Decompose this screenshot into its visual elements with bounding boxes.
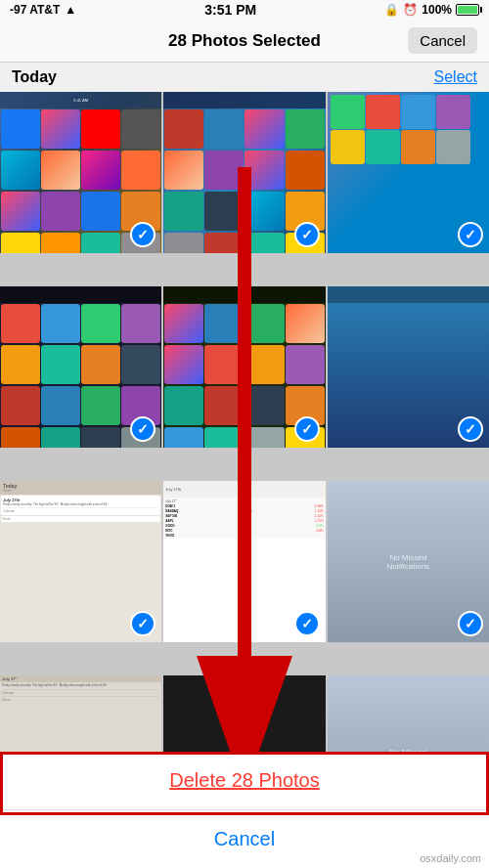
nav-cancel-button[interactable]: Cancel bbox=[408, 27, 477, 54]
cancel-button[interactable]: Cancel bbox=[0, 810, 489, 868]
lock-icon: 🔒 bbox=[384, 3, 399, 17]
alarm-icon: ⏰ bbox=[403, 3, 418, 17]
battery-text: 100% bbox=[422, 3, 452, 17]
delete-button[interactable]: Delete 28 Photos bbox=[0, 752, 489, 810]
bottom-sheet: Delete 28 Photos Cancel bbox=[0, 752, 489, 868]
carrier-text: -97 AT&T bbox=[10, 3, 60, 17]
photo-cell[interactable] bbox=[0, 286, 161, 448]
wifi-icon: ▲ bbox=[65, 3, 76, 17]
section-header: Today Select bbox=[0, 63, 489, 92]
watermark: osxdaily.com bbox=[420, 852, 481, 864]
check-badge bbox=[294, 222, 320, 247]
time-display: 3:51 PM bbox=[204, 2, 256, 18]
check-badge bbox=[294, 611, 320, 636]
check-badge bbox=[294, 416, 320, 442]
photo-cell[interactable] bbox=[163, 92, 325, 253]
photo-cell[interactable] bbox=[328, 92, 489, 253]
select-link[interactable]: Select bbox=[434, 68, 477, 86]
status-bar: -97 AT&T ▲ 3:51 PM 🔒 ⏰ 100% bbox=[0, 0, 489, 20]
photo-cell[interactable]: Today Share July 17th Partly cloudy curr… bbox=[0, 481, 161, 642]
nav-title: 28 Photos Selected bbox=[168, 31, 321, 51]
photo-cell[interactable] bbox=[328, 286, 489, 448]
photo-cell[interactable]: No MissedNotifications bbox=[328, 481, 489, 642]
battery-icon bbox=[456, 4, 479, 16]
nav-bar: 28 Photos Selected Cancel bbox=[0, 20, 489, 63]
page-container: -97 AT&T ▲ 3:51 PM 🔒 ⏰ 100% 28 Photos Se… bbox=[0, 0, 489, 868]
photo-cell[interactable] bbox=[163, 286, 325, 448]
notification-text: No MissedNotifications bbox=[387, 553, 430, 571]
section-title: Today bbox=[12, 68, 57, 86]
status-left: -97 AT&T ▲ bbox=[10, 3, 76, 17]
photo-cell[interactable]: 9:41 AM bbox=[0, 92, 161, 253]
status-right: 🔒 ⏰ 100% bbox=[384, 3, 479, 17]
photo-cell[interactable]: July 17th July 17th DOW J 16,576.81 -0.9… bbox=[163, 481, 325, 642]
